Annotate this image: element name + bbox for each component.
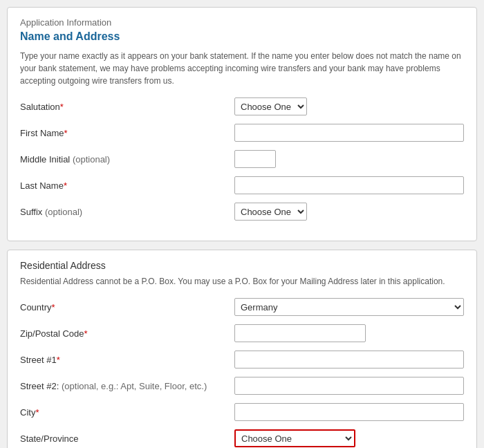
suffix-select[interactable]: Choose One Jr. Sr. II III IV [234,203,307,221]
residential-title: Residential Address [20,260,464,271]
suffix-label: Suffix (optional) [20,207,234,217]
street2-row: Street #2: (optional, e.g.: Apt, Suite, … [20,376,464,395]
country-control: Germany United States United Kingdom Fra… [234,298,464,316]
country-select[interactable]: Germany United States United Kingdom Fra… [234,298,464,316]
app-section-heading: Name and Address [20,30,464,43]
street1-control [234,351,464,368]
middle-initial-label: Middle Initial (optional) [20,154,234,165]
street1-row: Street #1* [20,350,464,369]
zip-code-row: Zip/Postal Code* [20,324,464,343]
state-control: Choose One Baden-Württemberg Bavaria Ber… [234,429,464,447]
suffix-row: Suffix (optional) Choose One Jr. Sr. II … [20,202,464,221]
city-label: City* [20,407,234,418]
zip-code-label: Zip/Postal Code* [20,328,234,339]
app-info-section: Application Information Name and Address… [7,7,477,241]
country-label: Country* [20,302,234,312]
first-name-input[interactable] [234,124,464,142]
street2-label: Street #2: (optional, e.g.: Apt, Suite, … [20,381,234,391]
app-section-title: Application Information [20,17,464,28]
country-row: Country* Germany United States United Ki… [20,297,464,317]
last-name-input[interactable] [234,176,464,194]
residential-section: Residential Address Residential Address … [7,250,477,448]
salutation-row: Salutation* Choose One Mr. Mrs. Ms. Dr. … [20,97,464,116]
state-label: State/Province [20,433,234,444]
city-input[interactable] [234,403,464,421]
app-section-description: Type your name exactly as it appears on … [20,50,464,87]
street2-input[interactable] [234,377,464,395]
state-row: State/Province Choose One Baden-Württemb… [20,429,464,448]
state-select[interactable]: Choose One Baden-Württemberg Bavaria Ber… [234,429,355,447]
street1-input[interactable] [234,351,464,368]
last-name-control [234,176,464,194]
middle-initial-row: Middle Initial (optional) [20,149,464,169]
salutation-control: Choose One Mr. Mrs. Ms. Dr. Prof. [234,97,464,115]
suffix-control: Choose One Jr. Sr. II III IV [234,203,464,221]
zip-code-control [234,324,464,342]
first-name-label: First Name* [20,128,234,138]
first-name-row: First Name* [20,123,464,142]
street2-control [234,377,464,395]
zip-code-input[interactable] [234,324,366,342]
last-name-label: Last Name* [20,180,234,191]
city-control [234,403,464,421]
middle-initial-input[interactable] [234,150,276,168]
city-row: City* [20,402,464,422]
residential-description: Residential Address cannot be a P.O. Box… [20,275,464,288]
street1-label: Street #1* [20,355,234,365]
salutation-select[interactable]: Choose One Mr. Mrs. Ms. Dr. Prof. [234,97,307,115]
middle-initial-control [234,150,464,168]
salutation-label: Salutation* [20,102,234,112]
last-name-row: Last Name* [20,176,464,195]
first-name-control [234,124,464,142]
